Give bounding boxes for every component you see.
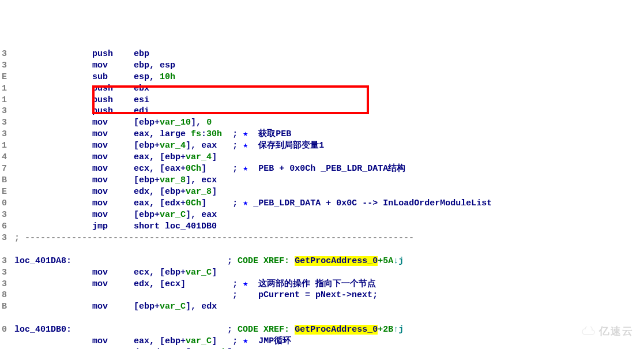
gutter-char: 7 bbox=[0, 163, 7, 175]
asm-line[interactable]: 0 loc_401DB0: ; CODE XREF: GetProcAddres… bbox=[0, 324, 644, 336]
asm-line[interactable]: 4 mov eax, [ebp+var_4] bbox=[0, 152, 644, 163]
asm-line[interactable]: 3 push ebp bbox=[0, 48, 644, 60]
mnemonic: push bbox=[92, 49, 134, 59]
gutter-char: 3 bbox=[0, 60, 7, 72]
asm-line[interactable]: 7 mov ecx, [eax+0Ch] ; ★ PEB + 0x0Ch _PE… bbox=[0, 163, 644, 175]
star-icon: ★ bbox=[243, 129, 253, 139]
gutter-char: B bbox=[0, 301, 7, 313]
asm-line[interactable]: 1 mov [ebp+var_4], eax ; ★ 保存到局部变量1 bbox=[0, 140, 644, 152]
mnemonic: mov bbox=[92, 61, 134, 70]
asm-line[interactable]: 0 mov eax, [edx+0Ch] ; ★ _PEB_LDR_DATA +… bbox=[0, 198, 644, 209]
gutter-char: 3 bbox=[0, 117, 7, 129]
disassembly-listing[interactable]: 3 push ebp3 mov ebp, espE sub esp, 10h1 … bbox=[0, 48, 644, 349]
code-label: loc_401DB0: bbox=[9, 325, 71, 335]
mnemonic: jmp bbox=[92, 222, 134, 231]
asm-line[interactable]: 3 mov ecx, [ebp+var_C] bbox=[0, 267, 644, 279]
gutter-char: 3 bbox=[0, 267, 7, 279]
gutter-char: 3 bbox=[0, 232, 7, 244]
gutter-char: 8 bbox=[0, 290, 7, 301]
gutter-char: 3 bbox=[0, 256, 7, 267]
mnemonic: mov bbox=[92, 279, 134, 289]
star-icon: ★ bbox=[243, 164, 253, 174]
gutter-char: 1 bbox=[0, 95, 7, 106]
asm-line[interactable]: B mov [ebp+var_8], ecx bbox=[0, 175, 644, 186]
mnemonic: mov bbox=[92, 118, 134, 127]
mnemonic: mov bbox=[92, 152, 134, 162]
mnemonic: push bbox=[92, 106, 134, 116]
mnemonic: mov bbox=[92, 302, 134, 312]
mnemonic: mov bbox=[92, 198, 134, 208]
asm-line[interactable]: 3 mov edx, [ecx] ; ★ 这两部的操作 指向下一个节点 bbox=[0, 279, 644, 290]
asm-line[interactable]: 3 ; ------------------------------------… bbox=[0, 232, 644, 244]
watermark: 亿速云 bbox=[581, 325, 634, 339]
gutter-char: 1 bbox=[0, 140, 7, 152]
asm-line[interactable]: 3 mov ebp, esp bbox=[0, 60, 644, 72]
gutter-char: E bbox=[0, 186, 7, 198]
watermark-text: 亿速云 bbox=[599, 325, 634, 339]
asm-line[interactable] bbox=[0, 244, 644, 256]
gutter-char: 3 bbox=[0, 106, 7, 117]
asm-line[interactable]: 3 mov [ebp+var_10], 0 bbox=[0, 117, 644, 129]
mnemonic: mov bbox=[92, 187, 134, 197]
mnemonic: mov bbox=[92, 336, 134, 346]
mnemonic: mov bbox=[92, 175, 134, 185]
mnemonic: push bbox=[92, 95, 134, 105]
asm-line[interactable]: 8 ; pCurrent = pNext->next; bbox=[0, 290, 644, 301]
gutter-char: 1 bbox=[0, 83, 7, 95]
asm-line[interactable]: B mov [ebp+var_C], edx bbox=[0, 301, 644, 313]
asm-line[interactable]: 3 push edi bbox=[0, 106, 644, 117]
star-icon: ★ bbox=[243, 198, 253, 208]
gutter-char: 0 bbox=[0, 198, 7, 209]
gutter-char: 3 bbox=[0, 48, 7, 60]
asm-line[interactable]: 3 mov eax, large fs:30h ; ★ 获取PEB bbox=[0, 129, 644, 140]
mnemonic: mov bbox=[92, 141, 134, 151]
gutter-char: 4 bbox=[0, 152, 7, 163]
mnemonic: mov bbox=[92, 268, 134, 277]
asm-line[interactable]: E mov edx, [ebp+var_8] bbox=[0, 186, 644, 198]
cloud-icon bbox=[581, 327, 596, 337]
asm-line[interactable]: 1 push ebx bbox=[0, 83, 644, 95]
xref-symbol: GetProcAddress_0 bbox=[295, 325, 378, 335]
asm-line[interactable]: E sub esp, 10h bbox=[0, 72, 644, 83]
mnemonic: mov bbox=[92, 210, 134, 220]
gutter-char: 3 bbox=[0, 209, 7, 221]
asm-line[interactable]: 3 loc_401DA8: ; CODE XREF: GetProcAddres… bbox=[0, 256, 644, 267]
asm-line[interactable]: mov eax, [ebp+var_C] ; ★ JMP循环 bbox=[0, 336, 644, 347]
gutter-char: 3 bbox=[0, 129, 7, 140]
gutter-char: B bbox=[0, 175, 7, 186]
mnemonic: sub bbox=[92, 72, 134, 82]
gutter-char: E bbox=[0, 72, 7, 83]
star-icon: ★ bbox=[243, 336, 253, 346]
gutter-char: 0 bbox=[0, 324, 7, 336]
mnemonic: mov bbox=[92, 164, 134, 174]
xref-symbol: GetProcAddress_0 bbox=[295, 256, 378, 266]
asm-line[interactable]: 1 push esi bbox=[0, 95, 644, 106]
mnemonic: push bbox=[92, 84, 134, 93]
star-icon: ★ bbox=[243, 141, 253, 151]
asm-line[interactable] bbox=[0, 313, 644, 324]
star-icon: ★ bbox=[243, 279, 253, 289]
mnemonic: mov bbox=[92, 129, 134, 139]
asm-line[interactable]: 3 mov [ebp+var_C], eax bbox=[0, 209, 644, 221]
code-label: loc_401DA8: bbox=[9, 256, 71, 266]
gutter-char: 3 bbox=[0, 279, 7, 290]
asm-line[interactable]: 6 jmp short loc_401DB0 bbox=[0, 221, 644, 232]
gutter-char: 6 bbox=[0, 221, 7, 232]
